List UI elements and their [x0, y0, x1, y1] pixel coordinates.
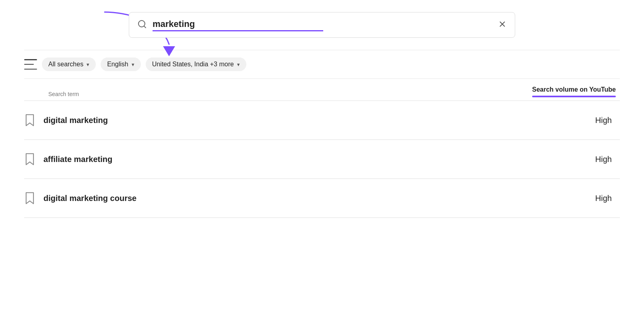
filters-row: All searches ▾ English ▾ United States, … [24, 50, 620, 79]
table-row: digital marketing course High [24, 179, 620, 218]
bookmark-icon[interactable] [24, 192, 35, 205]
chevron-down-icon: ▾ [87, 62, 89, 68]
search-icon [137, 19, 147, 31]
volume-value: High [584, 194, 616, 203]
col-search-term-header: Search term [24, 91, 79, 97]
row-left: affiliate marketing [24, 153, 112, 166]
table-row: digital marketing High [24, 101, 620, 140]
chevron-down-icon: ▾ [132, 62, 134, 68]
svg-line-2 [144, 26, 146, 28]
page-container: marketing All searches ▾ English ▾ [0, 0, 644, 230]
search-box: marketing [129, 12, 515, 38]
search-term-text: affiliate marketing [43, 155, 112, 164]
search-term-text: digital marketing course [43, 194, 136, 203]
volume-value: High [584, 116, 616, 125]
search-term-text: digital marketing [43, 116, 108, 125]
chevron-down-icon: ▾ [237, 62, 240, 68]
clear-button[interactable] [498, 20, 507, 31]
filter-chip-language[interactable]: English ▾ [101, 57, 140, 71]
bookmark-icon[interactable] [24, 153, 35, 166]
filter-menu-button[interactable] [24, 59, 37, 70]
filter-chip-regions[interactable]: United States, India +3 more ▾ [146, 57, 246, 71]
table-header: Search term Search volume on YouTube [24, 79, 620, 101]
filter-language-label: English [107, 61, 128, 68]
search-area: marketing [24, 12, 620, 38]
bookmark-icon[interactable] [24, 114, 35, 127]
volume-column-underline [532, 96, 616, 97]
search-query-text: marketing [153, 19, 323, 31]
results-table: digital marketing High affiliate marketi… [24, 101, 620, 218]
row-left: digital marketing course [24, 192, 136, 205]
filter-all-searches-label: All searches [48, 61, 83, 68]
col-volume-header: Search volume on YouTube [532, 86, 620, 97]
row-left: digital marketing [24, 114, 108, 127]
table-row: affiliate marketing High [24, 140, 620, 179]
volume-value: High [584, 155, 616, 164]
filter-chip-all-searches[interactable]: All searches ▾ [42, 57, 96, 71]
filter-regions-label: United States, India +3 more [152, 61, 234, 68]
